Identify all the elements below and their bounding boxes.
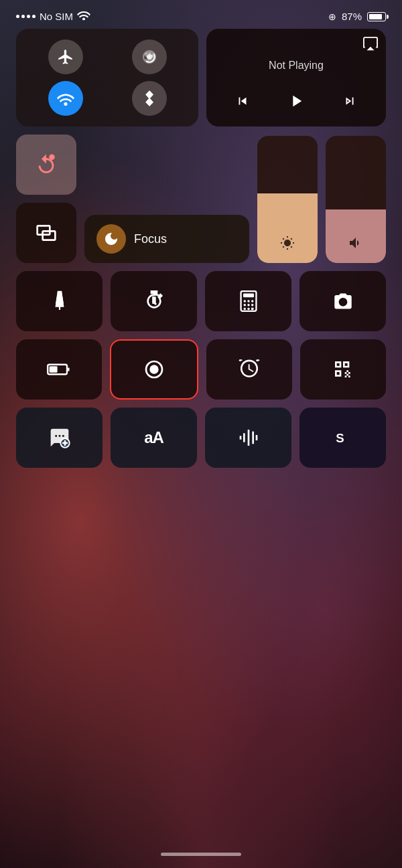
battery-fill: [369, 14, 382, 19]
row-5: aA S: [16, 408, 386, 468]
calculator-button[interactable]: [205, 271, 291, 331]
svg-point-21: [149, 365, 158, 373]
not-playing-label: Not Playing: [216, 45, 377, 86]
row-4: [16, 339, 386, 400]
svg-point-11: [243, 304, 245, 306]
brightness-icon: [279, 235, 295, 255]
airplane-mode-button[interactable]: [48, 39, 83, 74]
signal-dots: [16, 15, 36, 18]
home-indicator[interactable]: [161, 853, 241, 856]
camera-button[interactable]: [299, 271, 386, 331]
rewind-button[interactable]: [233, 94, 252, 112]
connectivity-tile: [16, 29, 198, 126]
bluetooth-button[interactable]: [132, 81, 167, 116]
media-tile: Not Playing: [206, 29, 386, 126]
battery-indicator: [367, 12, 386, 21]
svg-point-10: [251, 300, 253, 302]
low-power-button[interactable]: [16, 339, 102, 400]
status-right: ⊕ 87%: [328, 11, 386, 22]
screen-mirror-button[interactable]: [16, 203, 76, 263]
signal-dot-4: [32, 15, 36, 18]
svg-rect-16: [251, 308, 253, 310]
play-button[interactable]: [287, 92, 306, 114]
focus-moon-icon: [96, 224, 126, 254]
wifi-icon: [77, 9, 90, 23]
text-size-label: aA: [144, 428, 163, 447]
flashlight-button[interactable]: [16, 271, 103, 331]
signal-dot-1: [16, 15, 19, 18]
battery-percent: 87%: [342, 11, 362, 22]
status-bar: No SIM ⊕ 87%: [0, 0, 402, 29]
signal-dot-2: [21, 15, 25, 18]
quick-note-button[interactable]: [16, 408, 103, 468]
svg-point-17: [340, 299, 346, 305]
media-controls: [216, 86, 377, 117]
control-center: Not Playing: [0, 29, 402, 468]
row-1: Not Playing: [16, 29, 386, 126]
svg-point-12: [247, 304, 249, 306]
text-size-button[interactable]: aA: [111, 408, 197, 468]
svg-point-14: [243, 308, 245, 310]
row-2: Focus: [16, 135, 386, 263]
svg-rect-7: [243, 294, 254, 298]
wifi-button[interactable]: [48, 81, 83, 116]
location-icon: ⊕: [328, 11, 336, 22]
timer-button[interactable]: [111, 271, 197, 331]
brightness-slider[interactable]: [257, 136, 318, 263]
focus-label: Focus: [134, 232, 167, 246]
forward-button[interactable]: [340, 94, 359, 112]
alarm-button[interactable]: [206, 339, 292, 400]
svg-point-9: [247, 300, 249, 302]
signal-dot-3: [27, 15, 30, 18]
qr-code-button[interactable]: [300, 339, 386, 400]
row-3: [16, 271, 386, 331]
volume-slider[interactable]: [326, 136, 386, 263]
status-left: No SIM: [16, 9, 90, 23]
sound-recognition-button[interactable]: [205, 408, 291, 468]
svg-point-13: [251, 304, 253, 306]
cellular-button[interactable]: [132, 39, 167, 74]
airplay-icon[interactable]: [363, 37, 378, 55]
svg-point-15: [247, 308, 249, 310]
rotation-lock-button[interactable]: [16, 135, 76, 195]
svg-text:S: S: [336, 431, 344, 445]
carrier-label: No SIM: [40, 11, 73, 22]
volume-icon: [348, 235, 364, 255]
svg-point-8: [243, 300, 245, 302]
focus-button[interactable]: Focus: [84, 215, 249, 263]
shazam-button[interactable]: S: [299, 408, 386, 468]
svg-rect-5: [58, 306, 60, 311]
svg-rect-19: [50, 366, 58, 373]
screen-record-button[interactable]: [110, 339, 198, 400]
